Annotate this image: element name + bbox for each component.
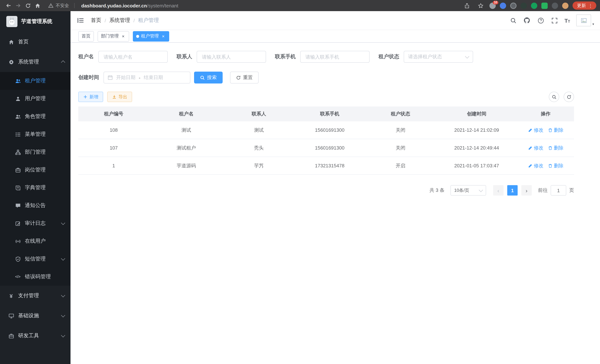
tab-dept-management[interactable]: 部门管理 × — [98, 31, 129, 41]
sidebar-item-payment-management[interactable]: ¥ 支付管理 — [0, 286, 71, 306]
extension-icon-chat[interactable] — [541, 2, 548, 9]
help-question-icon[interactable] — [537, 17, 544, 24]
cell-status: 关闭 — [365, 127, 436, 133]
edit-link[interactable]: 修改 — [528, 145, 544, 151]
sidebar-item-role-management[interactable]: 角色管理 — [0, 108, 71, 125]
extensions-puzzle-icon[interactable] — [552, 2, 558, 9]
delete-link[interactable]: 删除 — [548, 145, 563, 151]
home-button[interactable] — [33, 1, 42, 10]
github-icon[interactable] — [523, 17, 531, 24]
sidebar-item-infrastructure[interactable]: 基础设施 — [0, 306, 71, 326]
edit-link-label: 修改 — [534, 127, 544, 133]
tab-label: 首页 — [82, 33, 91, 39]
security-warning-icon — [48, 3, 53, 8]
page-size-select[interactable]: 10条/页 — [450, 185, 486, 196]
cell-tenant-id: 108 — [78, 127, 149, 133]
close-icon[interactable]: × — [121, 34, 126, 39]
sidebar-toggle-button[interactable] — [76, 16, 84, 25]
sidebar-item-audit-log[interactable]: 审计日志 — [0, 215, 71, 232]
tenant-name-label: 租户名 — [78, 53, 94, 60]
address-bar[interactable]: dashboard.yudao.iocoder.cn/system/tenant — [81, 3, 178, 8]
filter-row-1: 租户名 联系人 联系手机 — [78, 51, 574, 63]
sidebar-item-label: 通知公告 — [25, 202, 46, 209]
user-avatar[interactable]: ▾ — [576, 14, 594, 26]
forward-button[interactable] — [13, 1, 23, 10]
next-page-button[interactable]: › — [521, 185, 532, 196]
avatar-caret-icon: ▾ — [592, 22, 594, 26]
sidebar-item-label: 部门管理 — [25, 149, 46, 156]
delete-link[interactable]: 删除 — [548, 162, 563, 169]
sidebar-item-online-users[interactable]: 在线用户 — [0, 232, 71, 250]
close-icon[interactable]: × — [161, 34, 166, 39]
refresh-table-button[interactable] — [564, 92, 574, 102]
breadcrumb-item-home[interactable]: 首页 — [91, 17, 101, 24]
date-range-picker[interactable]: 开始日期 - 结束日期 — [103, 72, 190, 84]
sidebar-item-notice[interactable]: 通知公告 — [0, 197, 71, 215]
url-domain: dashboard.yudao.iocoder.cn — [81, 3, 147, 8]
total-count: 共 3 条 — [430, 187, 445, 194]
search-icon — [200, 75, 205, 80]
sidebar-item-sms-management[interactable]: 短信管理 — [0, 250, 71, 268]
cell-contact: 秃头 — [224, 145, 294, 151]
extension-icon-dark[interactable] — [521, 2, 527, 9]
sidebar-item-dev-tools[interactable]: 研发工具 — [0, 326, 71, 346]
site-security-area[interactable]: 不安全 — [48, 2, 77, 9]
back-button[interactable] — [4, 1, 13, 10]
audit-log-icon — [15, 220, 21, 226]
edit-link[interactable]: 修改 — [528, 162, 544, 169]
chevron-down-icon — [61, 293, 65, 297]
prev-page-button[interactable]: ‹ — [493, 185, 504, 196]
fullscreen-icon[interactable] — [551, 17, 558, 24]
edit-pencil-icon — [528, 163, 532, 168]
add-button[interactable]: 新增 — [78, 92, 103, 102]
menu-list-icon — [15, 131, 21, 137]
tab-label: 租户管理 — [141, 33, 159, 39]
breadcrumb-item-system[interactable]: 系统管理 — [109, 17, 130, 24]
extension-icon-green[interactable] — [531, 2, 537, 9]
sidebar-item-dict-management[interactable]: 字典管理 — [0, 179, 71, 197]
phone-input-wrap — [300, 51, 370, 63]
logo-image — [6, 16, 18, 27]
sidebar-item-tenant-management[interactable]: 租户管理 — [0, 72, 71, 90]
chevron-down-icon — [479, 188, 483, 192]
tab-tenant-management[interactable]: 租户管理 × — [133, 31, 169, 41]
delete-link[interactable]: 删除 — [548, 127, 563, 133]
edit-link[interactable]: 修改 — [528, 127, 544, 133]
share-button[interactable] — [462, 1, 472, 10]
status-select[interactable]: 请选择租户状态 — [404, 51, 473, 63]
dictionary-icon — [15, 185, 21, 191]
reset-button[interactable]: 重置 — [230, 72, 259, 84]
sidebar-item-menu-management[interactable]: 菜单管理 — [0, 125, 71, 143]
export-button[interactable]: 导出 — [107, 92, 132, 102]
tab-home[interactable]: 首页 — [78, 31, 94, 41]
contact-input[interactable] — [201, 54, 262, 60]
cell-created: 2021-12-14 21:02:09 — [436, 127, 517, 133]
tenant-name-input[interactable] — [103, 54, 163, 60]
phone-input[interactable] — [305, 54, 365, 60]
profile-avatar-icon[interactable] — [562, 2, 568, 9]
cell-status: 关闭 — [365, 145, 436, 151]
sidebar-item-dept-management[interactable]: 部门管理 — [0, 143, 71, 161]
sidebar-item-home[interactable]: 首页 — [0, 32, 71, 52]
goto-page-input[interactable] — [551, 185, 566, 196]
header-search-icon[interactable] — [509, 17, 517, 24]
sidebar-item-label: 支付管理 — [18, 292, 39, 299]
font-size-icon[interactable]: TT — [564, 18, 570, 23]
update-button[interactable]: 更新 ⋮ — [572, 1, 596, 10]
extension-icon-globe[interactable] — [510, 2, 516, 9]
extension-icon-blue[interactable] — [500, 2, 506, 9]
sidebar-item-user-management[interactable]: 用户管理 — [0, 90, 71, 108]
table-row: 1 芋道源码 芋艿 17321315478 开启 2021-01-05 17:0… — [78, 157, 574, 175]
sidebar-item-label: 基础设施 — [18, 312, 39, 319]
page-button-1[interactable]: 1 — [507, 185, 518, 196]
search-button[interactable]: 搜索 — [194, 72, 223, 84]
reload-button[interactable] — [23, 1, 33, 10]
sidebar-item-system-management[interactable]: 系统管理 — [0, 52, 71, 72]
toggle-search-button[interactable] — [549, 92, 559, 102]
sidebar-item-post-management[interactable]: 岗位管理 — [0, 161, 71, 179]
chevron-down-icon — [61, 313, 65, 317]
bookmark-star-button[interactable] — [476, 1, 485, 10]
sms-shield-icon — [15, 256, 21, 262]
sidebar-item-error-code-management[interactable]: </> 错误码管理 — [0, 268, 71, 286]
extension-icon-badged[interactable]: 10 — [489, 2, 496, 9]
